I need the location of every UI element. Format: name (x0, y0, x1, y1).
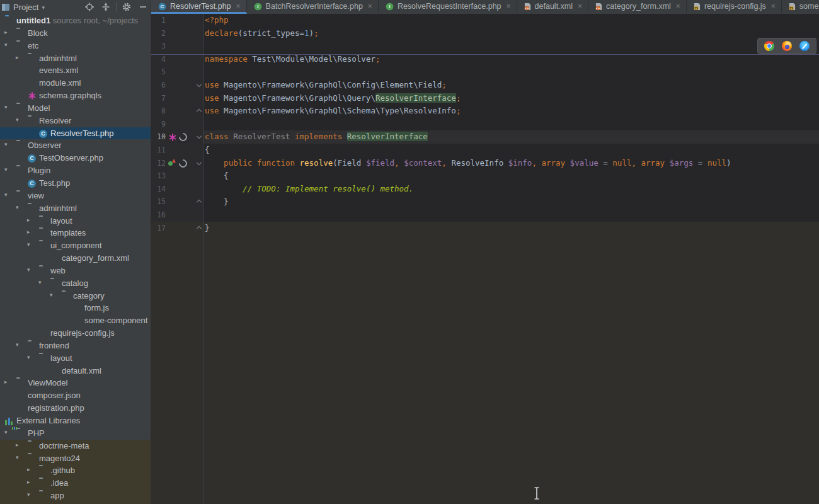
code-line-16[interactable]: 16 (151, 209, 819, 222)
close-icon[interactable]: × (507, 2, 511, 11)
tree-item-test-php[interactable]: Test.php (0, 177, 151, 190)
tree-item-web[interactable]: ▾web (0, 265, 151, 277)
code-line-14[interactable]: 14 // TODO: Implement resolve() method. (151, 183, 819, 196)
collapse-arrow-icon[interactable]: ▾ (4, 42, 8, 48)
expand-arrow-icon[interactable]: ▸ (27, 466, 30, 472)
firefox-browser-icon[interactable] (782, 41, 792, 51)
tree-item-some-component[interactable]: some-component (0, 314, 151, 327)
close-icon[interactable]: × (676, 2, 680, 11)
fold-marker-icon[interactable] (196, 160, 202, 166)
collapse-arrow-icon[interactable]: ▾ (50, 292, 53, 298)
graphql-schema-icon[interactable] (168, 133, 176, 141)
tree-item-requirejs-config-js[interactable]: requirejs-config.js (0, 327, 151, 340)
tree-item-adminhtml[interactable]: ▾adminhtml (0, 202, 151, 215)
tab-category-form-xml[interactable]: category_form.xml× (588, 0, 687, 14)
collapse-arrow-icon[interactable]: ▾ (16, 117, 19, 123)
tree-item-composer-json[interactable]: composer.json (0, 389, 151, 402)
tree-item-observer[interactable]: ▾Observer (0, 139, 151, 152)
tree-item-untitled1[interactable]: untitled1 sources root, ~/projects (0, 14, 151, 27)
tree-item-form-js[interactable]: form.js (0, 302, 151, 314)
tree-item-idea[interactable]: ▸.idea (0, 477, 151, 490)
editor[interactable]: 1<?php2declare(strict_types=1);34namespa… (151, 14, 819, 504)
tab-default-xml[interactable]: default.xml× (517, 0, 588, 14)
collapse-arrow-icon[interactable]: ▾ (27, 354, 30, 360)
fold-marker-icon[interactable] (196, 82, 202, 88)
tree-item-module-xml[interactable]: module.xml (0, 77, 151, 89)
tree-item-etc[interactable]: ▾etc (0, 40, 151, 52)
chrome-browser-icon[interactable] (764, 41, 774, 51)
collapse-all-icon[interactable] (101, 2, 111, 12)
tree-item-doctrine-meta[interactable]: ▸doctrine-meta (0, 440, 151, 452)
collapse-arrow-icon[interactable]: ▾ (27, 266, 30, 273)
fold-marker-icon[interactable] (196, 198, 202, 204)
close-icon[interactable]: × (771, 2, 776, 11)
tree-item-plugin[interactable]: ▾Plugin (0, 164, 151, 177)
tree-item-layout[interactable]: ▾layout (0, 352, 151, 365)
tab-batchresolverinterface-php[interactable]: BatchResolverInterface.php× (247, 0, 379, 14)
tree-item-resolver[interactable]: ▾Resolver (0, 115, 151, 127)
collapse-arrow-icon[interactable]: ▾ (4, 429, 8, 435)
collapse-arrow-icon[interactable]: ▾ (27, 491, 30, 498)
implemented-marker-icon[interactable] (177, 158, 188, 169)
tree-item-resolvertest-php[interactable]: ResolverTest.php (0, 127, 151, 140)
collapse-arrow-icon[interactable]: ▾ (27, 241, 30, 248)
code-line-9[interactable]: 9 (151, 118, 819, 131)
tree-item-adminhtml[interactable]: ▸adminhtml (0, 52, 151, 65)
code-line-4[interactable]: 4namespace Test\Module\Model\Resolver; (151, 53, 819, 66)
code-line-10[interactable]: 10class ResolverTest implements Resolver… (151, 130, 819, 144)
tree-item-frontend[interactable]: ▾frontend (0, 340, 151, 352)
tree-item-php[interactable]: ▾PHP (0, 427, 151, 440)
close-icon[interactable]: × (368, 2, 372, 11)
safari-browser-icon[interactable] (799, 41, 810, 51)
expand-arrow-icon[interactable]: ▸ (4, 379, 8, 385)
tree-item-testobserver-php[interactable]: TestObserver.php (0, 152, 151, 164)
code-line-8[interactable]: 8use Magento\Framework\GraphQl\Schema\Ty… (151, 105, 819, 118)
code-line-17[interactable]: 17} (151, 222, 819, 235)
expand-arrow-icon[interactable]: ▸ (27, 229, 30, 235)
close-icon[interactable]: × (578, 2, 582, 11)
code-line-13[interactable]: 13 { (151, 169, 819, 183)
expand-arrow-icon[interactable]: ▸ (27, 479, 30, 485)
tree-item-block[interactable]: ▸Block (0, 27, 151, 40)
expand-arrow-icon[interactable]: ▸ (16, 442, 19, 448)
tree-item-events-xml[interactable]: events.xml (0, 64, 151, 77)
code-line-3[interactable]: 3 (151, 40, 819, 53)
panel-splitter[interactable] (151, 0, 151, 504)
fold-marker-icon[interactable] (196, 225, 202, 231)
fold-marker-icon[interactable] (196, 108, 202, 113)
code-line-15[interactable]: 15 } (151, 195, 819, 209)
tree-item-github[interactable]: ▸.github (0, 464, 151, 477)
settings-icon[interactable] (122, 2, 132, 12)
fold-marker-icon[interactable] (196, 134, 202, 139)
tab-some-compo[interactable]: some-compo× (782, 0, 819, 14)
tab-resolverequestinterface-php[interactable]: ResolveRequestInterface.php× (379, 0, 517, 14)
collapse-arrow-icon[interactable]: ▾ (4, 141, 8, 147)
tab-resolvertest-php[interactable]: ResolverTest.php× (151, 0, 247, 14)
implemented-marker-icon[interactable] (177, 132, 188, 143)
tree-item-default-xml[interactable]: default.xml (0, 365, 151, 377)
code-line-6[interactable]: 6use Magento\Framework\GraphQl\Config\El… (151, 79, 819, 92)
locate-icon[interactable] (84, 2, 94, 12)
tree-item-ui-component[interactable]: ▾ui_component (0, 239, 151, 252)
expand-arrow-icon[interactable]: ▸ (27, 217, 30, 223)
code-line-2[interactable]: 2declare(strict_types=1); (151, 27, 819, 40)
close-icon[interactable]: × (236, 2, 241, 11)
hide-panel-icon[interactable] (138, 2, 148, 12)
tree-item-magento24[interactable]: ▾magento24 (0, 452, 151, 465)
implements-method-icon[interactable] (168, 159, 176, 167)
tab-requirejs-config-js[interactable]: requirejs-config.js× (687, 0, 782, 14)
code-line-1[interactable]: 1<?php (151, 14, 819, 27)
expand-arrow-icon[interactable]: ▸ (16, 54, 19, 60)
tree-item-viewmodel[interactable]: ▸ViewModel (0, 377, 151, 389)
tree-item-category[interactable]: ▾category (0, 290, 151, 302)
collapse-arrow-icon[interactable]: ▾ (16, 454, 19, 461)
code-line-12[interactable]: 12 public function resolve(Field $field,… (151, 157, 819, 170)
tree-item-catalog[interactable]: ▾catalog (0, 277, 151, 290)
collapse-arrow-icon[interactable]: ▾ (16, 204, 19, 210)
code-line-7[interactable]: 7use Magento\Framework\GraphQl\Query\Res… (151, 92, 819, 105)
code-line-11[interactable]: 11{ (151, 144, 819, 157)
collapse-arrow-icon[interactable]: ▾ (4, 166, 8, 173)
code-line-5[interactable]: 5 (151, 66, 819, 79)
collapse-arrow-icon[interactable]: ▾ (38, 279, 42, 285)
tree-item-layout[interactable]: ▸layout (0, 215, 151, 227)
